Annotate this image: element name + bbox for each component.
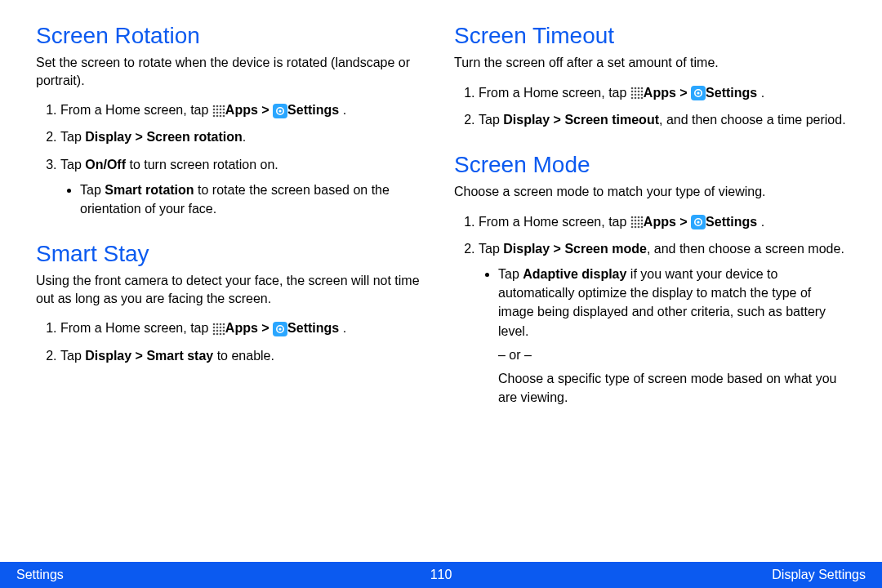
svg-point-51 (635, 97, 637, 100)
step-bold: Display > Screen mode (503, 242, 647, 256)
intro-screen-mode: Choose a screen mode to match your type … (454, 183, 846, 201)
svg-point-67 (638, 223, 640, 225)
svg-point-50 (631, 97, 634, 100)
settings-label: Settings (706, 215, 757, 229)
svg-point-3 (223, 105, 225, 108)
step-text: From a Home screen, tap (479, 86, 630, 100)
apps-icon (212, 323, 225, 336)
step: From a Home screen, tap Apps > Settings … (60, 318, 428, 337)
svg-point-19 (213, 323, 216, 326)
step-bold: Display > Screen timeout (503, 113, 659, 127)
or-separator: – or – (498, 345, 846, 364)
svg-point-24 (216, 327, 219, 329)
svg-point-69 (631, 226, 634, 229)
svg-point-47 (635, 94, 637, 96)
intro-smart-stay: Using the front camera to detect your fa… (36, 272, 428, 307)
svg-point-4 (213, 109, 216, 111)
svg-point-1 (216, 105, 219, 108)
svg-point-37 (278, 327, 281, 330)
svg-point-5 (216, 109, 219, 111)
heading-smart-stay: Smart Stay (36, 241, 428, 267)
svg-point-11 (223, 112, 225, 114)
step-bold: Display > Smart stay (85, 349, 213, 363)
svg-point-60 (641, 216, 644, 219)
footer-right: Display Settings (772, 568, 866, 582)
footer-left: Settings (16, 568, 64, 582)
svg-point-34 (223, 333, 225, 336)
step-text: Tap (479, 242, 503, 256)
step-bold: Display > Screen rotation (85, 130, 243, 144)
svg-point-6 (220, 109, 222, 111)
svg-point-56 (697, 92, 699, 95)
heading-screen-timeout: Screen Timeout (454, 23, 846, 49)
or-after-text: Choose a specific type of screen mode ba… (498, 369, 846, 407)
steps-screen-timeout: From a Home screen, tap Apps > Settings … (454, 83, 846, 129)
step-text: From a Home screen, tap (60, 103, 212, 117)
svg-point-52 (638, 97, 640, 100)
bullet-bold: Adaptive display (523, 267, 626, 281)
bullet-bold: Smart rotation (105, 183, 194, 197)
step: From a Home screen, tap Apps > Settings … (60, 100, 428, 119)
svg-point-13 (216, 115, 219, 118)
svg-point-72 (641, 226, 644, 229)
settings-icon (691, 215, 706, 229)
step-text: Tap (60, 349, 85, 363)
svg-point-8 (213, 112, 216, 114)
settings-label: Settings (287, 103, 339, 117)
svg-point-31 (213, 333, 216, 336)
step: Tap Display > Screen mode, and then choo… (479, 239, 846, 408)
page-footer: Settings 110 Display Settings (0, 562, 882, 588)
step: Tap On/Off to turn screen rotation on. T… (60, 155, 428, 219)
step: From a Home screen, tap Apps > Settings … (479, 83, 846, 102)
svg-point-18 (278, 109, 281, 112)
svg-point-70 (635, 226, 637, 229)
apps-icon (630, 87, 644, 100)
svg-point-25 (220, 327, 222, 329)
step-suffix: to turn screen rotation on. (126, 158, 278, 172)
step: Tap Display > Smart stay to enable. (60, 346, 428, 365)
settings-icon (273, 322, 287, 336)
section-smart-stay: Smart Stay Using the front camera to det… (36, 241, 428, 365)
bullet-text: Tap (498, 267, 523, 281)
svg-point-62 (635, 220, 637, 222)
step-suffix: . (243, 130, 246, 144)
step-text: Tap (479, 113, 503, 127)
svg-point-27 (213, 330, 216, 332)
svg-point-0 (213, 105, 216, 108)
svg-point-59 (638, 216, 640, 219)
svg-point-43 (635, 91, 637, 93)
svg-point-41 (641, 87, 644, 90)
svg-point-39 (635, 87, 637, 90)
step-suffix: , and then choose a time period. (659, 113, 846, 127)
settings-icon (691, 86, 706, 100)
svg-point-22 (223, 323, 225, 326)
section-screen-mode: Screen Mode Choose a screen mode to matc… (454, 152, 846, 407)
svg-point-15 (223, 115, 225, 118)
bullet: Tap Smart rotation to rotate the screen … (80, 180, 428, 218)
svg-point-32 (216, 333, 219, 336)
svg-point-53 (641, 97, 644, 100)
footer-page-number: 110 (430, 568, 452, 582)
gt: > (261, 321, 269, 335)
step-text: Tap (60, 130, 85, 144)
svg-point-12 (213, 115, 216, 118)
settings-label: Settings (706, 86, 757, 100)
svg-point-40 (638, 87, 640, 90)
steps-screen-rotation: From a Home screen, tap Apps > Settings … (36, 100, 428, 218)
step-text: From a Home screen, tap (479, 215, 630, 229)
section-screen-rotation: Screen Rotation Set the screen to rotate… (36, 23, 428, 218)
svg-point-20 (216, 323, 219, 326)
svg-point-58 (635, 216, 637, 219)
svg-point-42 (631, 91, 634, 93)
svg-point-71 (638, 226, 640, 229)
sub-bullets: Tap Smart rotation to rotate the screen … (60, 180, 428, 218)
apps-label: Apps (644, 215, 676, 229)
svg-point-63 (638, 220, 640, 222)
svg-point-26 (223, 327, 225, 329)
svg-point-64 (641, 220, 644, 222)
svg-point-45 (641, 91, 644, 93)
svg-point-9 (216, 112, 219, 114)
gt: > (261, 103, 269, 117)
apps-icon (630, 216, 644, 229)
svg-point-46 (631, 94, 634, 96)
